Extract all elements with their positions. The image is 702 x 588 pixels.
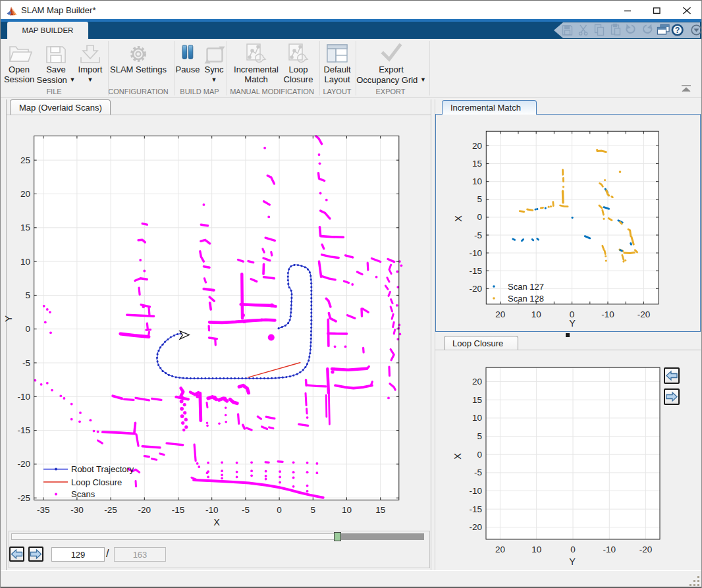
- svg-text:-30: -30: [70, 505, 84, 515]
- svg-text:X: X: [452, 453, 463, 460]
- svg-text:-35: -35: [37, 505, 50, 515]
- svg-text:-10: -10: [17, 392, 30, 402]
- svg-text:-20: -20: [17, 459, 30, 469]
- svg-text:10: 10: [531, 309, 541, 319]
- svg-text:10: 10: [472, 176, 482, 186]
- svg-text:Y: Y: [3, 315, 14, 322]
- svg-text:15: 15: [20, 223, 30, 232]
- svg-text:Robot Trajectory: Robot Trajectory: [71, 464, 134, 474]
- svg-text:20: 20: [495, 545, 505, 554]
- svg-text:0: 0: [570, 545, 576, 554]
- svg-text:0: 0: [277, 505, 282, 515]
- svg-text:-20: -20: [639, 545, 653, 554]
- svg-text:-5: -5: [242, 505, 250, 515]
- svg-text:20: 20: [472, 377, 482, 387]
- svg-text:5: 5: [477, 431, 482, 441]
- svg-text:10: 10: [342, 505, 352, 515]
- svg-text:15: 15: [472, 395, 482, 405]
- svg-text:25: 25: [20, 155, 30, 165]
- svg-text:-15: -15: [17, 425, 30, 435]
- svg-text:-10: -10: [469, 486, 482, 496]
- svg-text:-20: -20: [138, 505, 151, 515]
- svg-text:0: 0: [477, 212, 482, 222]
- svg-text:-20: -20: [469, 522, 482, 532]
- svg-text:5: 5: [477, 194, 482, 204]
- svg-text:-15: -15: [469, 266, 482, 276]
- svg-text:-5: -5: [474, 230, 482, 240]
- svg-text:-10: -10: [603, 545, 616, 554]
- svg-text:10: 10: [531, 545, 541, 554]
- svg-text:-5: -5: [474, 468, 482, 477]
- svg-text:-25: -25: [104, 505, 117, 515]
- svg-text:5: 5: [311, 505, 316, 515]
- svg-text:-10: -10: [205, 505, 219, 515]
- svg-text:10: 10: [472, 413, 482, 423]
- svg-text:-10: -10: [469, 248, 482, 258]
- svg-text:0: 0: [25, 324, 30, 334]
- svg-text:15: 15: [375, 505, 385, 515]
- svg-text:Scans: Scans: [71, 489, 95, 499]
- svg-text:X: X: [213, 517, 220, 527]
- svg-text:-10: -10: [601, 309, 614, 319]
- svg-text:5: 5: [25, 290, 30, 300]
- svg-text:X: X: [453, 215, 464, 222]
- svg-text:-15: -15: [469, 504, 482, 514]
- svg-text:-20: -20: [637, 309, 651, 319]
- svg-text:-20: -20: [469, 284, 482, 294]
- svg-text:20: 20: [495, 309, 505, 319]
- svg-text:-15: -15: [172, 505, 185, 515]
- svg-text:Scan 127: Scan 127: [508, 282, 544, 292]
- svg-text:0: 0: [477, 450, 482, 460]
- svg-text:20: 20: [20, 189, 30, 199]
- svg-text:10: 10: [20, 257, 30, 267]
- svg-text:15: 15: [472, 159, 482, 169]
- svg-text:Loop Closure: Loop Closure: [71, 477, 122, 487]
- svg-text:-5: -5: [22, 358, 30, 368]
- svg-text:Y: Y: [569, 318, 576, 329]
- svg-text:Scan 128: Scan 128: [508, 294, 544, 304]
- svg-text:20: 20: [472, 141, 482, 151]
- svg-text:Y: Y: [569, 556, 576, 567]
- svg-text:-25: -25: [17, 493, 30, 503]
